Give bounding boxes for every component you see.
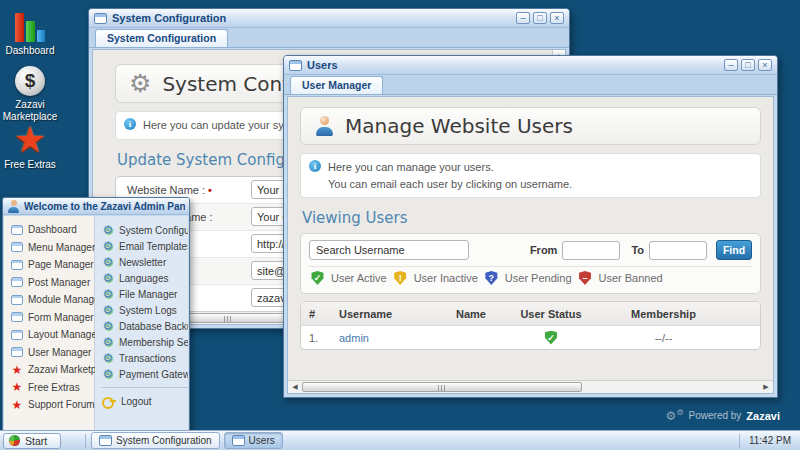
user-active-shield-icon: ✓ [311,271,324,285]
scrollbar-thumb[interactable] [302,382,582,392]
start-logo-icon [9,435,20,446]
menu-item-layout-manager[interactable]: Layout Manager [4,326,94,344]
legend-label: User Active [331,272,387,284]
key-icon [102,397,116,406]
menu-item-newsletter[interactable]: ⚙Newsletter [95,254,188,270]
menu-label: Form Manager [28,312,94,323]
maximize-icon[interactable]: □ [741,59,755,71]
welcome-right-menu: ⚙System Configuration ⚙Email Templates ⚙… [95,216,188,436]
field-label: Website Name :• [127,184,251,196]
bar-chart-icon [13,10,47,42]
column-header: Name [431,308,511,320]
desktop: Dashboard $ Zazavi Marketplace ★ Free Ex… [0,0,800,450]
find-button[interactable]: Find [716,240,752,260]
menu-label: Membership Setup [119,337,188,348]
menu-item-logout[interactable]: Logout [95,393,188,409]
from-input[interactable] [562,241,620,260]
task-button-system-configuration[interactable]: System Configuration [91,432,220,449]
star-icon: ★ [11,381,23,393]
window-icon [11,295,23,305]
menu-item-database-backups[interactable]: ⚙Database Backups [95,318,188,334]
title-bar[interactable]: Welcome to the Zazavi Admin Panel ! [3,198,189,215]
extra-cell: - [736,332,761,344]
info-text: Here you can manage your users. You can … [328,159,572,192]
menu-label: System Configuration [119,225,188,236]
menu-item-page-manager[interactable]: Page Manager [4,256,94,274]
menu-label: Payment Gateways [119,369,188,380]
menu-item-support-forum[interactable]: ★Support Forum [4,396,94,414]
title-bar[interactable]: System Configuration – □ × [89,9,569,28]
tab-user-manager[interactable]: User Manager [290,76,383,94]
search-username-input[interactable] [309,240,469,260]
table-row: 1. admin ✓ --/-- - [301,326,760,349]
gear-icon: ⚙ [102,272,114,284]
task-label: Users [249,435,275,446]
menu-label: Support Forum [28,399,95,410]
gear-icon: ⚙ [102,336,114,348]
from-label: From [530,244,558,256]
column-header: Membership [591,308,736,320]
menu-item-languages[interactable]: ⚙Languages [95,270,188,286]
scroll-right-icon[interactable]: ▶ [760,381,772,393]
menu-item-payment-gateways[interactable]: ⚙Payment Gateways [95,366,188,382]
taskbar-separator [85,434,86,448]
star-icon: ★ [0,124,60,156]
menu-label: Free Extras [28,382,80,393]
legend-label: User Banned [599,272,663,284]
minimize-icon[interactable]: – [516,12,530,24]
menu-item-zazavi-marketplace[interactable]: ★Zazavi Marketplace [4,361,94,379]
info-line1: Here you can manage your users. [328,161,494,173]
menu-item-menu-manager[interactable]: Menu Manager [4,239,94,257]
membership-cell: --/-- [591,332,736,344]
maximize-icon[interactable]: □ [533,12,547,24]
star-icon: ★ [11,399,23,411]
menu-item-free-extras[interactable]: ★Free Extras [4,379,94,397]
menu-label: Page Manager [28,259,94,270]
gear-icon: ⚙ [102,256,114,268]
scroll-left-icon[interactable]: ◀ [289,381,301,393]
menu-item-post-manager[interactable]: Post Manager [4,274,94,292]
task-button-users[interactable]: Users [224,432,283,449]
menu-divider [101,387,188,388]
start-button[interactable]: Start [3,433,61,449]
gear-icon: ⚙ [102,304,114,316]
gear-icon: ⚙ [129,71,151,96]
username-link[interactable]: admin [339,332,369,344]
legend-label: User Pending [505,272,572,284]
powered-by: ⚙⚙ Powered by Zazavi [666,409,780,422]
minimize-icon[interactable]: – [724,59,738,71]
menu-item-file-manager[interactable]: ⚙File Manager [95,286,188,302]
menu-item-transactions[interactable]: ⚙Transactions [95,350,188,366]
window-icon [289,60,302,71]
menu-item-email-templates[interactable]: ⚙Email Templates [95,238,188,254]
menu-label: Menu Manager [28,242,95,253]
menu-item-system-configuration[interactable]: ⚙System Configuration [95,222,188,238]
filter-panel: From To Find ✓ User Active ! User Inacti… [300,233,761,294]
desktop-icon-dashboard[interactable]: Dashboard [0,10,60,57]
to-input[interactable] [649,241,707,260]
gear-icon: ⚙ [102,240,114,252]
menu-item-module-manager[interactable]: Module Manager [4,291,94,309]
menu-item-dashboard[interactable]: Dashboard [4,221,94,239]
window-icon [11,242,23,252]
desktop-icon-free-extras[interactable]: ★ Free Extras [0,124,60,171]
menu-item-form-manager[interactable]: Form Manager [4,309,94,327]
window-icon [11,347,23,357]
window-icon [232,435,245,446]
menu-item-system-logs[interactable]: ⚙System Logs [95,302,188,318]
window-icon [11,312,23,322]
task-label: System Configuration [116,435,212,446]
close-icon[interactable]: × [758,59,772,71]
menu-item-membership-setup[interactable]: ⚙Membership Setup [95,334,188,350]
gear-icon: ⚙ [102,320,114,332]
horizontal-scrollbar[interactable]: ◀ ▶ [288,380,773,393]
menu-item-user-manager[interactable]: User Manager [4,344,94,362]
menu-label: Module Manager [28,294,103,305]
gear-icon: ⚙ [102,288,114,300]
title-bar[interactable]: Users – □ × [284,56,777,75]
close-icon[interactable]: × [550,12,564,24]
desktop-icon-zazavi-marketplace[interactable]: $ Zazavi Marketplace [0,66,60,122]
user-banned-shield-icon: – [579,271,592,285]
tab-system-configuration[interactable]: System Configuration [95,29,228,47]
window-icon [99,435,112,446]
